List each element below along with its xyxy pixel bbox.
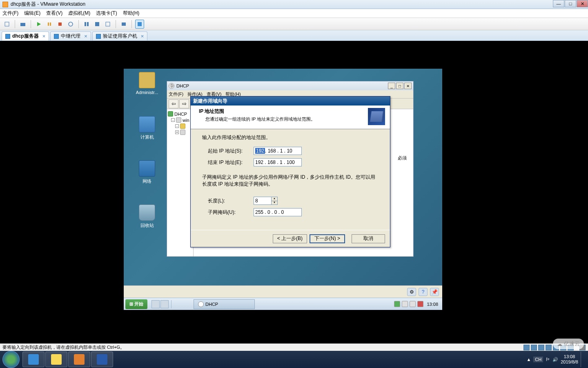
mmc-minimize-button[interactable]: _ <box>388 83 395 89</box>
tray-ime[interactable]: CH <box>533 357 543 362</box>
info-help-icon[interactable]: ? <box>419 288 428 296</box>
vm-tab-relay[interactable]: 中继代理 × <box>50 31 91 40</box>
tb-unity-icon[interactable] <box>119 20 128 29</box>
tb-library-icon[interactable] <box>2 20 11 29</box>
collapse-icon[interactable]: - <box>175 124 179 128</box>
recyclebin-icon <box>139 204 155 221</box>
tb-snapshot-icon[interactable] <box>18 20 27 29</box>
separator <box>131 20 132 28</box>
tree-options[interactable]: + <box>168 129 192 135</box>
back-button[interactable]: < 上一步(B) <box>273 234 307 243</box>
desktop-icon-recyclebin[interactable]: 回收站 <box>131 204 163 229</box>
menu-tabs[interactable]: 选项卡(T) <box>96 10 117 17</box>
guest-start-button[interactable]: ⊞ 开始 <box>125 299 147 309</box>
host-clock-time[interactable]: 13:08 <box>561 354 578 359</box>
spinner-up-icon[interactable]: ▲ <box>272 197 277 201</box>
tray-sound-icon[interactable] <box>410 301 416 307</box>
vm-tab-dhcp[interactable]: dhcp服务器 × <box>2 31 49 40</box>
tree-scope[interactable]: - <box>168 123 192 129</box>
expand-icon[interactable]: + <box>175 130 179 134</box>
svg-rect-12 <box>138 22 142 26</box>
guest-desktop[interactable]: Administr... 计算机 网络 回收站 Ⓓ DHCP _ □ ✕ <box>124 69 442 310</box>
dev-hdd-icon[interactable] <box>523 345 530 350</box>
menu-view[interactable]: 查看(V) <box>46 10 62 17</box>
svg-rect-3 <box>48 22 49 26</box>
mmc-close-button[interactable]: ✕ <box>404 83 412 89</box>
desktop-icon-computer[interactable]: 计算机 <box>131 116 163 140</box>
show-desktop-button[interactable] <box>581 352 585 367</box>
ql-desktop-icon[interactable] <box>151 300 160 308</box>
tray-network-icon[interactable] <box>402 301 408 307</box>
tb-view3-icon[interactable] <box>103 20 112 29</box>
taskbar-item-dhcp[interactable]: DHCP <box>194 299 255 309</box>
tb-poweron-icon[interactable] <box>34 20 43 29</box>
wizard-banner-icon <box>368 108 385 125</box>
svg-marker-2 <box>37 22 41 26</box>
tb-suspend-icon[interactable] <box>45 20 54 29</box>
windows-flag-icon: ⊞ <box>129 301 133 307</box>
ql-explorer-icon[interactable] <box>160 300 169 308</box>
dev-cd-icon[interactable] <box>531 345 537 350</box>
tray-power-icon[interactable] <box>417 301 423 307</box>
tab-close-icon[interactable]: × <box>42 33 46 39</box>
label-length: 长度(L): <box>208 197 254 204</box>
menu-help[interactable]: 帮助(H) <box>123 10 140 17</box>
spinner-down-icon[interactable]: ▼ <box>272 201 277 205</box>
dev-usb-icon[interactable] <box>546 345 552 350</box>
host-task-word[interactable] <box>91 352 113 367</box>
mmc-menu-file[interactable]: 文件(F) <box>169 91 183 97</box>
wizard-titlebar[interactable]: 新建作用域向导 <box>191 96 390 105</box>
end-ip-input[interactable]: 192 . 168 . 1 . 100 <box>254 158 302 166</box>
mmc-titlebar[interactable]: Ⓓ DHCP _ □ ✕ <box>167 81 413 90</box>
tb-view1-icon[interactable] <box>82 20 91 29</box>
guest-clock[interactable]: 13:08 <box>425 302 440 307</box>
dhcp-icon: Ⓓ <box>169 83 174 89</box>
desktop-icon-network[interactable]: 网络 <box>131 160 163 184</box>
vmware-icon <box>2 2 8 7</box>
label-start-ip: 起始 IP 地址(S): <box>208 148 254 155</box>
nav-fwd-icon[interactable]: ⇨ <box>179 99 189 108</box>
new-scope-wizard[interactable]: 新建作用域向导 IP 地址范围 您通过确定一组连续的 IP 地址来定义作用域地址… <box>190 96 390 247</box>
host-start-button[interactable] <box>2 351 20 368</box>
tb-fullscreen-icon[interactable] <box>135 20 144 29</box>
mmc-tree[interactable]: DHCP - win - + <box>167 109 194 256</box>
desktop-icon-admin[interactable]: Administr... <box>131 72 163 95</box>
menu-vm[interactable]: 虚拟机(M) <box>68 10 90 17</box>
svg-rect-0 <box>5 22 9 26</box>
tb-reset-icon[interactable] <box>66 20 75 29</box>
tray-flag-icon[interactable]: 🏳 <box>546 357 550 362</box>
close-button[interactable]: ✕ <box>577 0 588 7</box>
tree-server[interactable]: - win <box>168 117 192 123</box>
collapse-icon[interactable]: - <box>171 118 175 122</box>
dev-net-icon[interactable] <box>538 345 544 350</box>
tray-security-icon[interactable] <box>394 301 400 307</box>
minimize-button[interactable]: — <box>553 0 564 7</box>
mmc-maximize-button[interactable]: □ <box>396 83 403 89</box>
menu-edit[interactable]: 编辑(E) <box>24 10 40 17</box>
cancel-button[interactable]: 取消 <box>352 234 385 243</box>
host-clock-date[interactable]: 2019/8/8 <box>561 359 578 365</box>
host-task-vmware[interactable] <box>68 352 90 367</box>
maximize-button[interactable]: □ <box>565 0 576 7</box>
start-ip-input[interactable]: 192 . 168 . 1 . 10 <box>254 147 302 155</box>
menu-file[interactable]: 文件(F) <box>2 10 18 17</box>
subnet-mask-input[interactable]: 255 . 0 . 0 . 0 <box>254 208 302 216</box>
tab-close-icon[interactable]: × <box>84 33 87 39</box>
info-devices-icon[interactable]: ⚙ <box>407 288 416 296</box>
tray-expand-icon[interactable]: ▲ <box>526 357 531 362</box>
nav-back-icon[interactable]: ⇦ <box>169 99 178 108</box>
tree-label: DHCP <box>174 112 187 117</box>
tb-poweroff-icon[interactable] <box>56 20 65 29</box>
host-task-explorer[interactable] <box>45 352 67 367</box>
vm-tab-client[interactable]: 验证使用客户机 × <box>92 31 148 40</box>
length-input[interactable] <box>254 197 272 205</box>
next-button[interactable]: 下一步(N) > <box>310 234 345 243</box>
tray-sound-icon[interactable]: 🔊 <box>552 357 558 362</box>
info-pin-icon[interactable]: 📌 <box>430 288 439 296</box>
tab-close-icon[interactable]: × <box>141 33 144 39</box>
wizard-intro-text: 输入此作用域分配的地址范围。 <box>202 134 379 141</box>
tb-view2-icon[interactable] <box>93 20 102 29</box>
length-spinner[interactable]: ▲▼ <box>272 197 278 205</box>
host-task-ie[interactable] <box>22 352 45 367</box>
tree-root-dhcp[interactable]: DHCP <box>168 111 192 117</box>
